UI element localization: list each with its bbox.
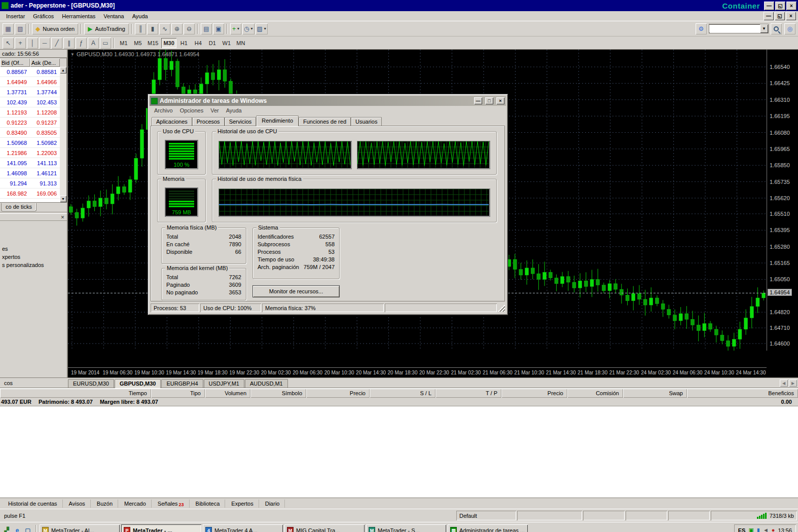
- chart-tray-icon[interactable]: ▣: [748, 527, 753, 532]
- settings-button[interactable]: ⚙: [696, 23, 707, 34]
- resize-grip[interactable]: [498, 305, 505, 312]
- language-indicator[interactable]: ES: [738, 527, 746, 532]
- search-input[interactable]: [709, 25, 760, 32]
- terminal-column-s-mbolo[interactable]: Símbolo: [250, 389, 306, 398]
- templates-icon[interactable]: ▨▾: [256, 23, 268, 34]
- menu-ventana[interactable]: Ventana: [99, 12, 128, 20]
- tm-menu-ver[interactable]: Ver: [207, 107, 223, 114]
- restore-button[interactable]: ◱: [775, 2, 785, 10]
- market-watch-row[interactable]: 0.912230.91237: [0, 118, 60, 128]
- column-ask[interactable]: Ask (De...: [30, 58, 60, 67]
- resource-monitor-button[interactable]: Monitor de recursos...: [252, 285, 340, 297]
- navigator-item[interactable]: s personalizados: [0, 261, 67, 270]
- profiles-icon[interactable]: ▧: [15, 23, 26, 34]
- terminal-column-comisi-n[interactable]: Comisión: [567, 389, 623, 398]
- taskbar-button[interactable]: MMetaTrader - Al...: [40, 524, 120, 532]
- shapes-button[interactable]: ▭: [100, 37, 111, 49]
- terminal-column-precio[interactable]: Precio: [306, 389, 370, 398]
- terminal-column-volumen[interactable]: Volumen: [205, 389, 250, 398]
- start-icon[interactable]: ▞: [2, 526, 11, 532]
- taskbar-button[interactable]: ▥Administrador de tareas ...: [448, 524, 528, 532]
- text-button[interactable]: A: [88, 37, 99, 49]
- tm-tab-rendimiento[interactable]: Rendimiento: [256, 116, 299, 126]
- navigator-bottom-tab[interactable]: cos: [1, 380, 68, 388]
- timeframe-w1[interactable]: W1: [220, 38, 233, 48]
- scroll-down-icon[interactable]: ▼: [60, 196, 66, 202]
- chart-tab-eurusd-m30[interactable]: EURUSD,M30: [68, 379, 114, 388]
- network-icon[interactable]: ▮: [757, 527, 760, 532]
- tm-minimize-button[interactable]: —: [474, 97, 482, 104]
- tm-maximize-button[interactable]: □: [485, 97, 493, 104]
- market-watch-scrollbar[interactable]: ▲ ▼: [60, 67, 66, 202]
- timeframe-m1[interactable]: M1: [117, 38, 130, 48]
- tab-scroll-right-icon[interactable]: ▶: [789, 379, 797, 387]
- internet-explorer-icon[interactable]: e: [13, 526, 22, 532]
- tab-scroll-left-icon[interactable]: ◀: [780, 379, 788, 387]
- chevron-down-icon[interactable]: ▼: [70, 52, 75, 57]
- trendline-button[interactable]: ╱: [51, 37, 62, 49]
- zoom-out-icon[interactable]: ⊖: [184, 23, 195, 34]
- chart-tab-usdjpy-m1[interactable]: USDJPY,M1: [204, 379, 244, 388]
- taskbar-button[interactable]: MMIG Capital Tra...: [284, 524, 365, 532]
- market-watch-row[interactable]: 1.509681.50982: [0, 138, 60, 148]
- terminal-tab-mercado[interactable]: Mercado: [119, 500, 152, 508]
- market-watch-row[interactable]: 0.885670.88581: [0, 67, 60, 77]
- terminal-tab-se-ales[interactable]: Señales23: [153, 500, 190, 508]
- candlesticks-icon[interactable]: ▮: [147, 23, 158, 34]
- show-desktop-icon[interactable]: ▢: [23, 526, 32, 532]
- tm-menu-ayuda[interactable]: Ayuda: [223, 107, 245, 114]
- charts-grid-icon[interactable]: ▦: [3, 23, 14, 34]
- crosshair-button[interactable]: +: [15, 37, 26, 49]
- menu-gr-ficos[interactable]: Gráficos: [29, 12, 58, 20]
- tm-tab-usuarios[interactable]: Usuarios: [351, 117, 382, 126]
- tile-windows-icon[interactable]: ▣: [213, 23, 224, 34]
- menu-insertar[interactable]: Insertar: [2, 12, 29, 20]
- new-order-button[interactable]: ◆Nueva orden: [32, 23, 78, 34]
- terminal-column-t-p[interactable]: T / P: [436, 389, 501, 398]
- chev[interactable]: ▼: [760, 24, 768, 33]
- timeframe-mn[interactable]: MN: [234, 38, 247, 48]
- horizontal-line-button[interactable]: ─: [39, 37, 50, 49]
- market-watch-row[interactable]: 91.29491.313: [0, 178, 60, 188]
- community-button[interactable]: ◎: [784, 23, 795, 34]
- market-watch-row[interactable]: 1.460981.46121: [0, 168, 60, 178]
- terminal-tab-biblioteca[interactable]: Biblioteca: [191, 500, 226, 508]
- terminal-column-swap[interactable]: Swap: [623, 389, 687, 398]
- tab-tick-chart[interactable]: co de ticks: [1, 203, 37, 211]
- navigator-item[interactable]: xpertos: [0, 253, 67, 261]
- terminal-column-precio[interactable]: Precio: [501, 389, 567, 398]
- mdi-restore-button[interactable]: ◱: [775, 12, 785, 20]
- terminal-tab-expertos[interactable]: Expertos: [226, 500, 259, 508]
- market-watch-row[interactable]: 0.834900.83505: [0, 128, 60, 138]
- price-scale[interactable]: 1.665401.664251.663101.661951.660801.659…: [767, 50, 798, 351]
- taskbar-button[interactable]: PMetaTrader - ...: [121, 524, 201, 532]
- indicators-icon[interactable]: +▾: [230, 23, 241, 34]
- market-watch-row[interactable]: 1.377311.37744: [0, 87, 60, 97]
- market-watch-row[interactable]: 1.121931.12208: [0, 107, 60, 118]
- market-watch-row[interactable]: 168.982169.006: [0, 188, 60, 199]
- tm-tab-procesos[interactable]: Procesos: [192, 117, 225, 126]
- market-watch-row[interactable]: 1.219861.22003: [0, 148, 60, 158]
- market-watch-row[interactable]: 1.649491.64966: [0, 77, 60, 87]
- mdi-close-button[interactable]: ×: [786, 12, 796, 20]
- chart-tab-audusd-m1[interactable]: AUDUSD,M1: [245, 379, 288, 388]
- alert-icon[interactable]: ●: [772, 527, 775, 532]
- column-bid[interactable]: Bid (Of...: [0, 58, 30, 67]
- ohlc-bars-icon[interactable]: ║: [135, 23, 146, 34]
- fibonacci-button[interactable]: ƒ: [76, 37, 87, 49]
- timeframe-h1[interactable]: H1: [177, 38, 191, 48]
- volume-icon[interactable]: ◄: [763, 527, 769, 532]
- line-chart-icon[interactable]: ∿: [159, 23, 170, 34]
- timeframe-d1[interactable]: D1: [206, 38, 219, 48]
- close-button[interactable]: ×: [786, 2, 796, 10]
- terminal-tab-buz-n[interactable]: Buzón: [92, 500, 118, 508]
- market-watch-row[interactable]: 102.439102.453: [0, 97, 60, 107]
- vertical-line-button[interactable]: │: [27, 37, 38, 49]
- arrange-windows-icon[interactable]: ▤: [201, 23, 212, 34]
- autotrading-button[interactable]: ▶AutoTrading: [84, 23, 129, 34]
- terminal-tab-avisos[interactable]: Avisos: [64, 500, 91, 508]
- terminal-column-s-l[interactable]: S / L: [370, 389, 436, 398]
- cursor-button[interactable]: ↖: [3, 37, 14, 49]
- tm-tab-funciones-de-red[interactable]: Funciones de red: [299, 117, 351, 126]
- menu-herramientas[interactable]: Herramientas: [58, 12, 99, 20]
